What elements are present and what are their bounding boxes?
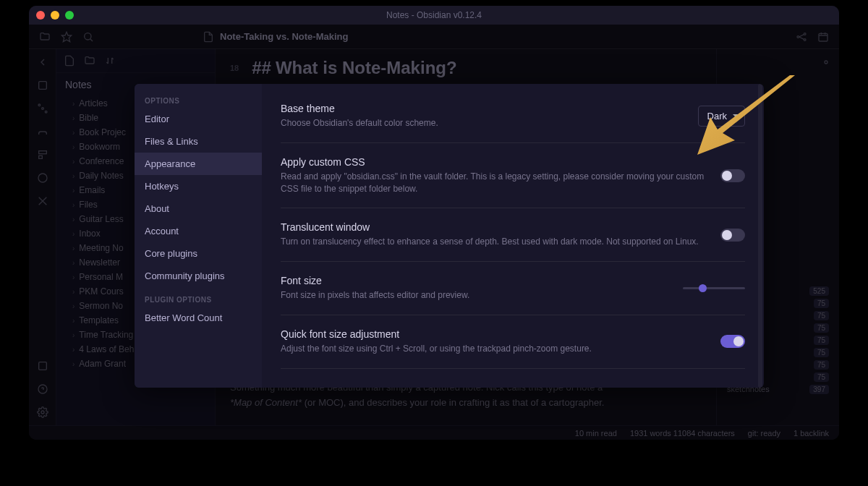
setting-translucent: Translucent window Turn on translucency … [281, 208, 745, 262]
minimize-window-icon[interactable] [51, 11, 59, 20]
settings-tab-hotkeys[interactable]: Hotkeys [135, 175, 262, 197]
settings-tab-about[interactable]: About [135, 197, 262, 220]
settings-sidebar: OPTIONS EditorFiles & LinksAppearanceHot… [135, 84, 262, 388]
settings-section-options: OPTIONS [135, 94, 262, 108]
settings-modal: OPTIONS EditorFiles & LinksAppearanceHot… [135, 84, 764, 388]
settings-tab-core-plugins[interactable]: Core plugins [135, 242, 262, 265]
close-window-icon[interactable] [36, 11, 45, 20]
settings-tab-files-links[interactable]: Files & Links [135, 130, 262, 153]
quick-font-toggle[interactable] [720, 335, 745, 348]
setting-quick-font: Quick font size adjustment Adjust the fo… [281, 315, 745, 369]
settings-tab-community-plugins[interactable]: Community plugins [135, 265, 262, 287]
titlebar: Notes - Obsidian v0.12.4 [29, 6, 839, 25]
settings-content: Base theme Choose Obsidian's default col… [262, 84, 764, 388]
settings-tab-editor[interactable]: Editor [135, 108, 262, 130]
font-size-slider[interactable] [683, 287, 745, 289]
translucent-toggle[interactable] [720, 229, 745, 242]
settings-tab-account[interactable]: Account [135, 220, 262, 242]
app-window: Notes - Obsidian v0.12.4 Note-Taking vs.… [29, 6, 839, 440]
app-title: Notes - Obsidian v0.12.4 [386, 10, 482, 20]
settings-tab-better-word-count[interactable]: Better Word Count [135, 307, 262, 329]
setting-custom-css: Apply custom CSS Read and apply "obsidia… [281, 143, 745, 209]
settings-tab-appearance[interactable]: Appearance [135, 153, 262, 175]
settings-section-plugins: PLUGIN OPTIONS [135, 293, 262, 307]
setting-font-size: Font size Font size in pixels that affec… [281, 262, 745, 315]
setting-base-theme: Base theme Choose Obsidian's default col… [281, 90, 745, 143]
custom-css-toggle[interactable] [720, 169, 745, 182]
maximize-window-icon[interactable] [65, 11, 74, 20]
theme-dropdown[interactable]: Dark [698, 106, 745, 127]
